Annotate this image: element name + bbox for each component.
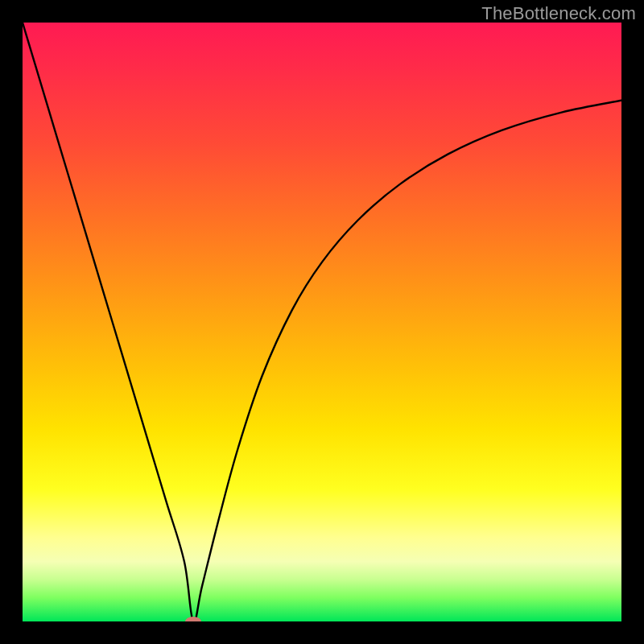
plot-area [23,23,621,621]
chart-frame: TheBottleneck.com [0,0,644,644]
watermark-text: TheBottleneck.com [481,3,636,24]
bottleneck-curve [23,23,621,621]
optimal-point-marker [185,617,201,621]
curve-svg [23,23,621,621]
